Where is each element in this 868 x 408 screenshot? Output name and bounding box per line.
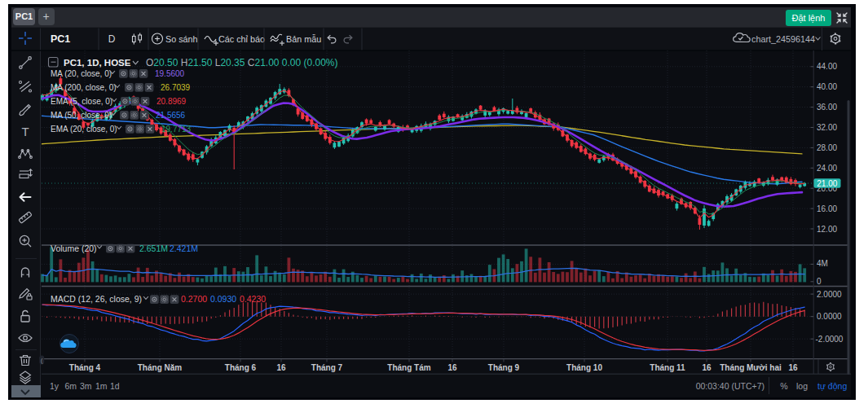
svg-text:D: D <box>108 33 116 45</box>
svg-text:Tháng 9: Tháng 9 <box>488 363 520 372</box>
svg-text:16: 16 <box>788 363 798 372</box>
svg-text:%: % <box>780 381 787 391</box>
svg-text:0.2700: 0.2700 <box>181 294 207 304</box>
svg-text:-2.0000: -2.0000 <box>816 335 844 344</box>
svg-text:2.421M: 2.421M <box>170 243 198 253</box>
svg-text:21.00: 21.00 <box>817 179 837 188</box>
svg-text:(: ( <box>41 357 43 364</box>
svg-text:chart_24596144: chart_24596144 <box>751 34 815 44</box>
svg-text:40.00: 40.00 <box>817 82 837 91</box>
svg-text:T: T <box>21 125 29 138</box>
svg-text:1y: 1y <box>50 381 59 391</box>
svg-text:Tháng 10: Tháng 10 <box>566 363 602 372</box>
svg-text:44.00: 44.00 <box>817 62 837 71</box>
svg-text:Bản mẫu: Bản mẫu <box>286 34 321 44</box>
svg-text:PC1: PC1 <box>51 33 70 45</box>
svg-text:Tháng 4: Tháng 4 <box>69 363 101 372</box>
svg-text:4M: 4M <box>817 259 828 268</box>
svg-text:2.651M: 2.651M <box>139 243 168 253</box>
svg-text:2.0000: 2.0000 <box>817 290 842 299</box>
svg-text:PC1, 1D, HOSE: PC1, 1D, HOSE <box>64 58 131 68</box>
svg-text:26.7039: 26.7039 <box>161 83 191 92</box>
svg-text:19.7713: 19.7713 <box>161 125 192 134</box>
svg-text:Tháng Tám: Tháng Tám <box>387 363 430 372</box>
svg-text:36.00: 36.00 <box>817 103 837 112</box>
svg-text:1m: 1m <box>95 381 108 391</box>
svg-text:16: 16 <box>276 363 286 372</box>
svg-text:0.0000: 0.0000 <box>817 312 842 321</box>
svg-text:12.00: 12.00 <box>817 225 837 234</box>
svg-text:Tháng Năm: Tháng Năm <box>138 363 183 372</box>
svg-text:21.5656: 21.5656 <box>156 111 186 120</box>
svg-text:O20.50 H21.50 L20.35 C21.00: O20.50 H21.50 L20.35 C21.00 0.00 (0.00%) <box>146 57 338 68</box>
svg-text:So sánh: So sánh <box>165 34 198 44</box>
svg-text:Volume (20): Volume (20) <box>51 243 97 253</box>
svg-text:Tháng 6: Tháng 6 <box>225 363 257 372</box>
svg-text:MA (50, close, 0): MA (50, close, 0) <box>51 111 112 120</box>
svg-text:1d: 1d <box>110 381 120 391</box>
svg-text:Tháng Mười hai: Tháng Mười hai <box>720 363 782 372</box>
svg-text:20.8969: 20.8969 <box>156 97 187 106</box>
svg-text:0: 0 <box>817 277 822 286</box>
svg-text:16: 16 <box>702 363 712 372</box>
svg-text:tự động: tự động <box>817 381 847 391</box>
svg-text:MA (20, close, 0): MA (20, close, 0) <box>51 69 112 78</box>
svg-text:log: log <box>796 381 808 391</box>
svg-text:MA (200, close, 0): MA (200, close, 0) <box>51 83 117 92</box>
svg-text:EMA (5, close, 0): EMA (5, close, 0) <box>51 97 112 106</box>
svg-text:Tháng 7: Tháng 7 <box>311 363 343 372</box>
svg-text:32.00: 32.00 <box>817 123 837 132</box>
svg-text:3m: 3m <box>80 381 92 391</box>
svg-text:19.5600: 19.5600 <box>155 69 185 78</box>
svg-text:16.00: 16.00 <box>817 204 837 213</box>
svg-text:0.0930: 0.0930 <box>210 294 236 304</box>
svg-text:Các chỉ báo: Các chỉ báo <box>218 34 265 44</box>
svg-text:24.00: 24.00 <box>817 164 837 173</box>
svg-text:Tháng 11: Tháng 11 <box>650 363 685 372</box>
svg-text:MACD (12, 26, close, 9): MACD (12, 26, close, 9) <box>51 294 142 304</box>
svg-text:6m: 6m <box>65 381 77 391</box>
svg-text:00:03:40 (UTC+7): 00:03:40 (UTC+7) <box>696 381 764 391</box>
svg-text:28.00: 28.00 <box>817 143 837 152</box>
svg-text:16: 16 <box>447 363 457 372</box>
svg-text:0.4230: 0.4230 <box>240 294 266 304</box>
svg-text:EMA (20, close, 0): EMA (20, close, 0) <box>51 125 117 134</box>
